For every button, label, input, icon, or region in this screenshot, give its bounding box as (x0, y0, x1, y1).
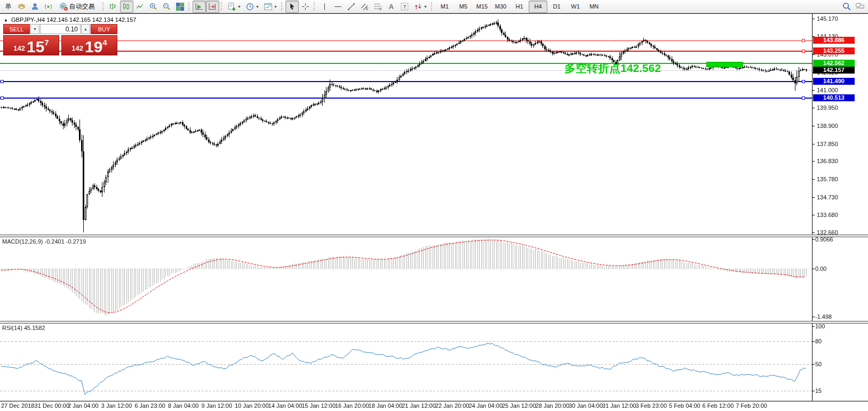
crosshair-button[interactable] (299, 1, 312, 13)
macd-panel-splitter[interactable] (0, 235, 868, 237)
search-button[interactable] (840, 1, 853, 13)
volume-decrease-button[interactable]: ▼ (30, 24, 39, 34)
candlestick-chart-button[interactable] (120, 1, 133, 13)
templates-button[interactable]: ▼ (261, 1, 280, 13)
vertical-line-button[interactable] (318, 1, 331, 13)
chat-icon (855, 2, 865, 11)
caret-down-icon[interactable]: ▼ (424, 5, 427, 9)
time-axis-label: 22 Jan 20:00 (435, 402, 469, 409)
trendline-button[interactable] (345, 1, 358, 13)
time-axis-label: 2 Jan 04:00 (68, 402, 99, 409)
price-axis-tick: 138.900 (817, 123, 838, 129)
price-line-badge: 140.513 (813, 94, 855, 101)
sell-price-box[interactable]: 142 15 7 (3, 35, 59, 55)
svg-text:F: F (380, 7, 382, 11)
toolbar-grip (314, 2, 316, 11)
timeframe-m5[interactable]: M5 (454, 1, 473, 13)
candlestick-chart-icon (122, 2, 131, 11)
indicators-icon (227, 2, 236, 11)
arrows-button[interactable]: ▼ (411, 1, 429, 13)
navigator-icon (44, 2, 53, 11)
bar-chart-button[interactable] (107, 1, 120, 13)
timeframe-h4[interactable]: H4 (529, 1, 547, 13)
time-axis-label: 24 Jan 04:00 (468, 402, 503, 409)
fibonacci-button[interactable]: F (371, 1, 385, 13)
time-axis-label: 15 Jan 12:00 (301, 402, 336, 409)
line-chart-button[interactable] (133, 1, 147, 13)
journal-button[interactable] (15, 1, 28, 13)
tile-windows-icon (176, 2, 185, 11)
spin-up-icon: ▲ (84, 27, 87, 31)
macd-axis-tick: 0.9066 (815, 236, 833, 243)
toolbar-grip (431, 2, 434, 11)
caret-down-icon[interactable]: ▼ (274, 5, 277, 9)
caret-down-icon[interactable]: ▼ (237, 5, 241, 9)
price-chart-canvas[interactable] (0, 14, 868, 411)
auto-scroll-button[interactable] (193, 1, 206, 13)
volume-increase-button[interactable]: ▲ (81, 24, 90, 34)
auto-scroll-icon (195, 2, 204, 11)
timeframe-m30[interactable]: M30 (491, 1, 510, 13)
timeframe-h1[interactable]: H1 (510, 1, 529, 13)
equidistant-channel-button[interactable]: E (358, 1, 371, 13)
autotrading-label: 自动交易 (69, 2, 95, 11)
price-axis-tick: 135.780 (817, 176, 838, 182)
journal-icon (17, 2, 26, 11)
indicators-button[interactable]: ▼ (225, 1, 243, 13)
timeframe-d1[interactable]: D1 (547, 1, 566, 13)
new-order-button[interactable]: 单 (2, 1, 15, 13)
line-chart-icon (136, 2, 145, 11)
collapse-triangle-icon[interactable]: ▲ (4, 18, 8, 22)
time-axis-label: 31 Dec 00:00 (35, 402, 69, 409)
zoom-out-button[interactable] (160, 1, 173, 13)
timeframe-m15[interactable]: M15 (473, 1, 491, 13)
chat-button[interactable] (853, 1, 866, 13)
zoom-in-icon (149, 2, 158, 11)
main-toolbar: 单 自动交易 ▼ ▼ (0, 0, 868, 13)
timeframe-w1[interactable]: W1 (566, 1, 585, 13)
price-axis-tick: 133.680 (817, 212, 838, 218)
trendline-icon (347, 2, 356, 11)
zoom-in-button[interactable] (147, 1, 160, 13)
time-axis-label: 3 Jan 12:00 (101, 402, 132, 409)
price-line-badge: 143.886 (813, 37, 855, 44)
price-axis-tick: 137.850 (817, 141, 838, 147)
chart-shift-icon (208, 2, 217, 11)
pivot-annotation: 多空转折点142.562 (564, 62, 661, 74)
fibonacci-icon: F (373, 2, 383, 11)
new-order-label: 单 (5, 2, 12, 11)
horizontal-line-button[interactable] (331, 1, 345, 13)
text-icon: A (387, 2, 396, 11)
buy-price-big: 19 (85, 39, 102, 54)
search-icon (842, 2, 851, 11)
sell-button[interactable]: SELL (3, 24, 30, 34)
timeframe-m1[interactable]: M1 (435, 1, 454, 13)
periods-button[interactable]: ▼ (243, 1, 261, 13)
volume-input[interactable] (40, 24, 81, 34)
rsi-axis-tick: 100 (815, 323, 825, 329)
timeframe-mn[interactable]: MN (585, 1, 603, 13)
market-watch-button[interactable] (28, 1, 42, 13)
chart-area: ▲ GBPJPY-,H4 142.145 142.165 142.134 142… (0, 13, 868, 411)
rsi-axis-tick: 80 (815, 338, 822, 344)
toolbar-grip (188, 2, 191, 11)
text-label-button[interactable]: T (398, 1, 411, 13)
caret-down-icon[interactable]: ▼ (256, 5, 259, 9)
navigator-button[interactable] (42, 1, 55, 13)
toolbar-right-group (840, 1, 866, 13)
tile-windows-button[interactable] (173, 1, 187, 13)
buy-button[interactable]: BUY (91, 24, 117, 34)
macd-axis-tick: -1.498 (815, 313, 832, 320)
chart-shift-button[interactable] (206, 1, 219, 13)
sell-price-pip: 7 (44, 38, 49, 47)
toolbar-grip (221, 2, 224, 11)
toolbar-grip (281, 2, 284, 11)
price-axis-tick: 141.000 (817, 87, 838, 93)
text-button[interactable]: A (385, 1, 398, 13)
autotrading-icon (59, 2, 68, 11)
autotrading-button[interactable]: 自动交易 (55, 1, 101, 13)
rsi-panel-splitter[interactable] (0, 321, 868, 324)
cursor-button[interactable] (285, 1, 299, 13)
buy-price-box[interactable]: 142 19 4 (61, 35, 117, 55)
market-watch-icon (30, 2, 39, 11)
